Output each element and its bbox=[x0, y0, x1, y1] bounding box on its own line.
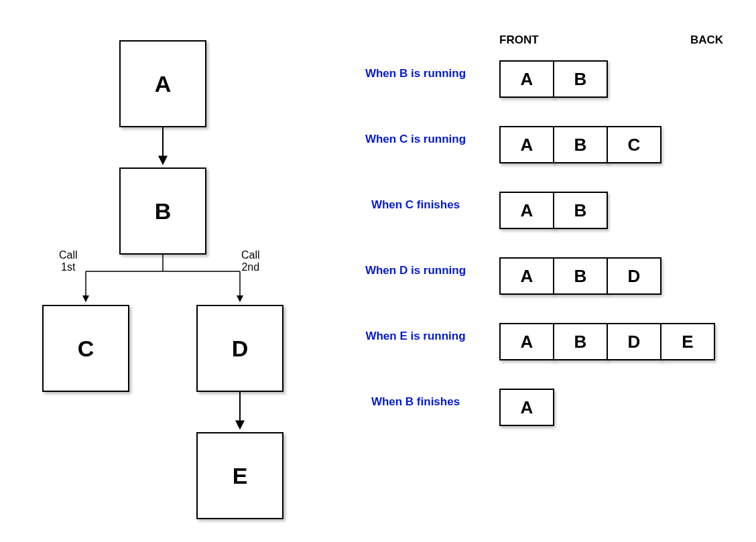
stack-row: AB bbox=[499, 192, 608, 229]
stack-cell: B bbox=[553, 60, 608, 98]
state-label: When B finishes bbox=[362, 395, 469, 409]
stack-row: A bbox=[499, 389, 554, 426]
tree-node-c: C bbox=[42, 305, 129, 392]
state-label: When C is running bbox=[362, 133, 469, 146]
stack-row: ABC bbox=[499, 126, 662, 163]
state-label: When E is running bbox=[362, 330, 469, 343]
stack-cell: B bbox=[553, 126, 608, 163]
stack-cell: D bbox=[607, 323, 662, 360]
stack-row: ABD bbox=[499, 257, 662, 295]
stack-cell: B bbox=[553, 323, 608, 360]
tree-node-e: E bbox=[196, 432, 284, 519]
stack-cell: A bbox=[499, 126, 554, 163]
stack-cell: A bbox=[499, 389, 554, 426]
state-label: When D is running bbox=[362, 264, 469, 277]
tree-node-b: B bbox=[119, 167, 206, 255]
stack-cell: A bbox=[499, 192, 554, 229]
stack-cell: B bbox=[553, 192, 608, 229]
stack-cell: B bbox=[553, 257, 608, 295]
stack-row: AB bbox=[499, 60, 608, 98]
stack-row: ABDE bbox=[499, 323, 715, 360]
tree-node-a: A bbox=[119, 40, 206, 127]
stack-cell: C bbox=[607, 126, 662, 163]
stack-cell: E bbox=[660, 323, 715, 360]
edge-label-call-1st: Call 1st bbox=[59, 249, 78, 273]
tree-node-d: D bbox=[196, 305, 284, 392]
edge-label-call-2nd: Call 2nd bbox=[241, 249, 260, 273]
state-label: When B is running bbox=[362, 67, 469, 80]
state-label: When C finishes bbox=[362, 198, 469, 212]
header-back: BACK bbox=[690, 33, 723, 47]
stack-cell: A bbox=[499, 60, 554, 98]
stack-cell: A bbox=[499, 257, 554, 295]
stack-cell: D bbox=[607, 257, 662, 295]
header-front: FRONT bbox=[499, 33, 539, 47]
stack-cell: A bbox=[499, 323, 554, 360]
